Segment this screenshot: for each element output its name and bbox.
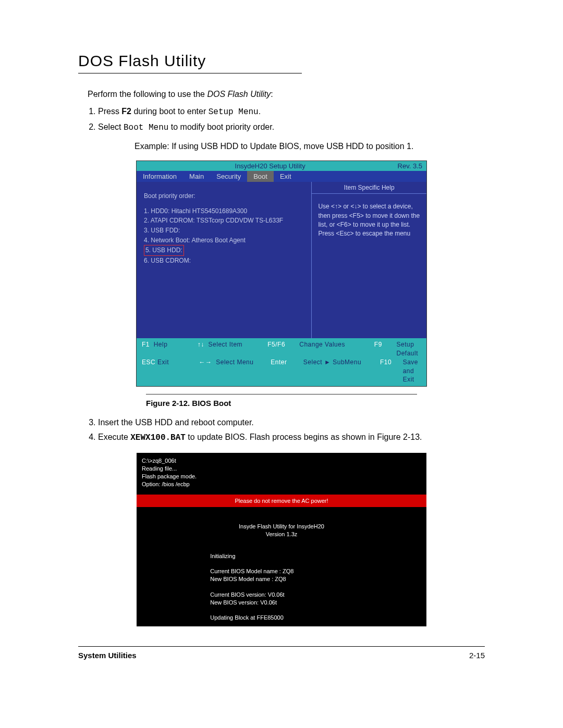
help-text: Use <↑> or <↓> to select a device, then … [312,194,426,247]
steps-list: Press F2 during boot to enter Setup Menu… [88,105,485,134]
intro-suffix: : [271,90,273,98]
flash-header: C:\>zq8_006t Reading file... Flash packa… [137,453,426,491]
bios-screenshot: InsydeH20 Setup Utility Rev. 3.5 Informa… [136,161,427,387]
label-select-submenu: Select ► SubMenu [303,359,361,366]
step2-b: Boot Menu [124,123,168,132]
example-text: Example: If using USB HDD to Update BIOS… [134,142,485,151]
tab-main[interactable]: Main [183,171,210,182]
figure-caption: Figure 2-12. BIOS Boot [146,399,417,408]
intro-prefix: Perform the following to use the [88,90,207,98]
flash-cur-model: Current BIOS Model name : ZQ8 [210,567,384,575]
boot-item-5-highlighted[interactable]: 5. USB HDD: [144,245,184,256]
boot-item-1[interactable]: 1. HDD0: Hitachi HTS54501689A300 [144,206,304,216]
step4-a: Execute [98,433,130,441]
key-f1: F1 [142,341,150,348]
figure-rule [146,394,417,394]
label-select-menu: Select Menu [216,359,253,366]
step1-c: during boot to enter [131,107,209,116]
label-exit: Exit [157,359,169,366]
step2-a: Select [98,122,124,131]
bios-right-panel: Item Specific Help Use <↑> or <↓> to sel… [312,182,426,338]
bios-title: InsydeH20 Setup Utility [143,162,398,170]
bios-left-panel: Boot priority order: 1. HDD0: Hitachi HT… [137,182,312,338]
bios-rev: Rev. 3.5 [398,162,422,170]
bios-title-bar: InsydeH20 Setup Utility Rev. 3.5 [137,161,426,171]
key-f10: F10 [380,359,391,366]
flash-cur-ver: Current BIOS version: V0.06t [210,591,384,599]
label-help: Help [154,341,168,348]
boot-item-6[interactable]: 6. USB CDROM: [144,256,304,266]
flash-screenshot: C:\>zq8_006t Reading file... Flash packa… [137,453,426,626]
step-2: Select Boot Menu to modify boot priority… [98,120,485,135]
step1-d: Setup Menu [209,107,259,117]
flash-new-model: New BIOS Model name : ZQ8 [210,575,384,583]
flash-title: Insyde Flash Utility for InsydeH20 Versi… [137,523,426,539]
tab-security[interactable]: Security [210,171,247,182]
intro-text: Perform the following to use the DOS Fla… [88,88,485,101]
bios-footer: F1 Help ↑↓ Select Item F5/F6 Change Valu… [137,338,426,386]
flash-updating: Updating Block at FFE85000 [210,614,384,622]
flash-title-1: Insyde Flash Utility for InsydeH20 [137,523,426,530]
flash-line-4: Option: /bios /ecbp [142,480,421,488]
step1-b: F2 [121,107,131,116]
key-f5f6: F5/F6 [267,341,285,348]
flash-init: Initializing [210,552,384,560]
step4-b: XEWX100.BAT [130,433,186,442]
tab-boot[interactable]: Boot [247,171,274,182]
key-esc: ESC [142,359,155,366]
flash-new-ver: New BIOS version: V0.06t [210,599,384,607]
flash-line-1: C:\>zq8_006t [142,457,421,465]
footer-right: 2-15 [469,651,485,660]
step-3: Insert the USB HDD and reboot computer. [98,416,485,429]
page-footer: System Utilities 2-15 [78,646,485,660]
steps-list-2: Insert the USB HDD and reboot computer. … [88,416,485,445]
boot-item-4[interactable]: 4. Network Boot: Atheros Boot Agent [144,236,304,245]
boot-item-3[interactable]: 3. USB FDD: [144,226,304,236]
key-enter: Enter [271,359,287,366]
key-arrows-v: ↑↓ [198,341,204,348]
label-setup-default: Setup Default [396,341,418,357]
step1-e: . [259,107,261,116]
footer-left: System Utilities [78,651,137,660]
flash-line-2: Reading file... [142,465,421,473]
flash-details: Initializing Current BIOS Model name : Z… [179,552,384,622]
label-change-values: Change Values [299,341,345,348]
help-title: Item Specific Help [312,182,426,194]
flash-title-2: Version 1.3z [137,530,426,538]
label-save-exit: Save and Exit [403,359,418,384]
flash-warning: Please do not remove the AC power! [137,495,426,507]
step4-c: to update BIOS. Flash process begins as … [186,433,422,441]
label-select-item: Select Item [209,341,243,348]
step-4: Execute XEWX100.BAT to update BIOS. Flas… [98,430,485,445]
step-1: Press F2 during boot to enter Setup Menu… [98,105,485,119]
bios-tabs: Information Main Security Boot Exit [137,171,426,182]
intro-italic: DOS Flash Utility [207,90,271,98]
key-arrows-h: ←→ [199,359,212,366]
step1-a: Press [98,107,121,116]
title-rule [78,73,302,73]
step2-c: to modify boot priority order. [168,122,274,131]
boot-item-2[interactable]: 2. ATAPI CDROM: TSSTcorp CDDVDW TS-L633F [144,216,304,226]
flash-line-3: Flash package mode. [142,473,421,480]
tab-exit[interactable]: Exit [274,171,298,182]
tab-information[interactable]: Information [137,171,183,182]
page-title: DOS Flash Utility [78,52,485,70]
key-f9: F9 [374,341,382,348]
boot-priority-label: Boot priority order: [144,191,304,201]
